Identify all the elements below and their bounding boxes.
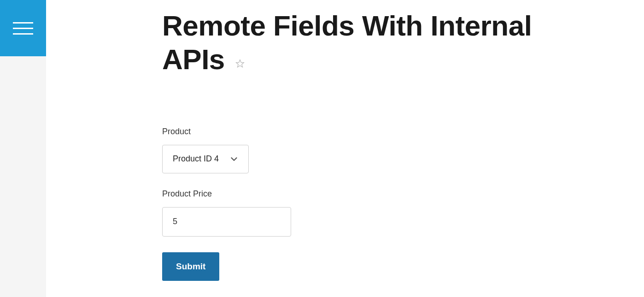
form-section: Product Product ID 4 Product Price Submi… [162,127,553,281]
submit-button[interactable]: Submit [162,252,219,281]
price-field-group: Product Price [162,189,553,237]
chevron-down-icon [229,154,239,164]
product-select-value: Product ID 4 [173,154,219,164]
svg-marker-0 [236,60,244,67]
favorite-star-icon[interactable] [235,42,245,75]
menu-button[interactable] [0,0,46,56]
hamburger-icon [13,22,33,35]
product-label: Product [162,127,553,137]
main-panel: Remote Fields With Internal APIs Product… [46,0,644,297]
price-input[interactable] [162,207,291,237]
page-title-text: Remote Fields With Internal APIs [162,10,532,75]
price-label: Product Price [162,189,553,199]
page-title: Remote Fields With Internal APIs [162,9,553,76]
product-select[interactable]: Product ID 4 [162,145,249,173]
product-field-group: Product Product ID 4 [162,127,553,173]
